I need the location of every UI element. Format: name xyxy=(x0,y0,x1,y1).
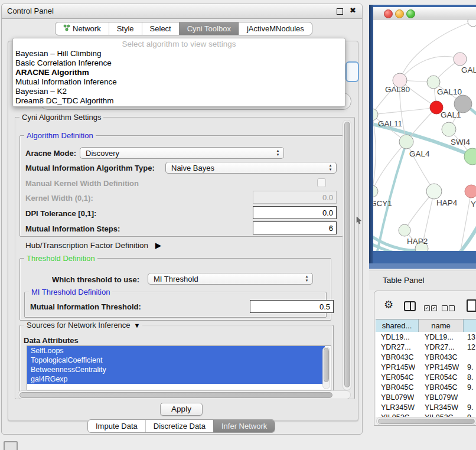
node-label: GAL xyxy=(461,66,476,74)
columns-icon[interactable] xyxy=(404,301,416,311)
focused-combo-stepper-fragment[interactable] xyxy=(345,61,359,82)
apply-button[interactable]: Apply xyxy=(160,403,203,416)
tab-cyni-toolbox[interactable]: Cyni Toolbox xyxy=(179,22,239,35)
node-bright-green[interactable] xyxy=(464,148,476,165)
list-item[interactable]: gal4RGexp xyxy=(27,374,325,384)
settings-horizontal-scrollbar[interactable] xyxy=(18,390,351,399)
node-label: GAL11 xyxy=(378,119,402,128)
dropdown-item[interactable]: Bayesian – Hill Climbing xyxy=(15,49,102,58)
node-label: Y xyxy=(471,200,476,208)
tab-network[interactable]: Network xyxy=(56,22,109,35)
column-header-name[interactable]: name xyxy=(419,319,464,332)
dropdown-item[interactable]: Dream8 DC_TDC Algorithm xyxy=(15,96,114,105)
dropdown-placeholder: Select algorithm to view settings xyxy=(13,40,345,48)
table-panel: ⚙ ✓✓ shared... name YDL19...YDL19...13 Y… xyxy=(374,291,476,426)
bottom-tabbar: Impute Data Discretize Data Infer Networ… xyxy=(87,419,275,433)
mi-threshold-label: Mutual Information Threshold: xyxy=(30,302,141,311)
tab-jactivemnodules[interactable]: jActiveMNodules xyxy=(239,22,312,35)
window-close-icon[interactable] xyxy=(384,9,393,18)
dropdown-item-aracne[interactable]: ARACNE Algorithm xyxy=(15,68,89,77)
column-header-shared[interactable]: shared... xyxy=(376,319,419,332)
column-header-extra[interactable] xyxy=(464,319,476,332)
dropdown-item[interactable]: Basic Correlation Inference xyxy=(15,58,112,67)
node-salmon[interactable] xyxy=(465,185,476,198)
kernel-width-label: Kernel Width (0,1): xyxy=(25,194,93,203)
manual-kernel-label: Manual Kernel Width Definition xyxy=(25,179,139,188)
mi-type-combo[interactable]: Naive Bayes ▲▼ xyxy=(165,162,337,174)
sources-title: Sources for Network Inference xyxy=(27,321,131,330)
node-label: SWI4 xyxy=(451,138,470,146)
which-threshold-label: Which threshold to use: xyxy=(52,275,139,284)
tab-network-label: Network xyxy=(73,24,101,33)
data-attributes-label: Data Attributes xyxy=(24,336,79,345)
node-cut-top[interactable] xyxy=(468,19,476,27)
deselect-all-checks-icon[interactable] xyxy=(442,302,456,313)
expand-right-icon: ▶ xyxy=(155,240,161,250)
table-panel-bar: Table Panel xyxy=(369,270,476,290)
stepper-icon: ▲▼ xyxy=(304,275,309,283)
dpi-tolerance-field[interactable] xyxy=(253,206,337,219)
node-label: HAP4 xyxy=(436,198,458,207)
manual-kernel-checkbox[interactable] xyxy=(317,178,326,187)
node-label: GAL1 xyxy=(441,110,461,119)
control-panel-title: Control Panel xyxy=(7,6,54,15)
float-panel-icon[interactable] xyxy=(337,8,343,15)
node-label: HAP2 xyxy=(407,237,428,246)
gear-icon[interactable]: ⚙ xyxy=(384,298,393,311)
control-panel-window: Control Panel ✖ Network Style Select Cyn… xyxy=(1,4,363,435)
node-label: GAL10 xyxy=(437,87,462,96)
mi-threshold-field[interactable] xyxy=(250,300,334,313)
node-gal4[interactable] xyxy=(399,135,413,149)
cyni-settings-title: Cyni Algorithm Settings xyxy=(19,113,103,122)
window-zoom-icon[interactable] xyxy=(406,9,415,18)
select-all-checks-icon[interactable]: ✓✓ xyxy=(424,302,438,313)
table-horizontal-scrollbar[interactable] xyxy=(376,417,476,425)
tab-impute-data[interactable]: Impute Data xyxy=(88,420,145,432)
mi-threshold-group-title: MI Threshold Definition xyxy=(29,288,112,296)
control-panel-titlebar[interactable]: Control Panel ✖ xyxy=(2,4,362,19)
kernel-width-field[interactable] xyxy=(253,191,337,204)
restore-panel-icon[interactable] xyxy=(4,441,18,450)
close-panel-icon[interactable]: ✖ xyxy=(350,6,356,15)
node-pink[interactable] xyxy=(454,53,467,66)
tab-style[interactable]: Style xyxy=(109,22,142,35)
network-graph: GAL GAL80 GAL10 GAL1 GAL11 SWI4 GAL4 GCY… xyxy=(373,19,476,251)
tab-select[interactable]: Select xyxy=(142,22,179,35)
list-item[interactable]: TopologicalCoefficient xyxy=(27,356,325,365)
settings-vertical-scrollbar[interactable] xyxy=(343,120,351,390)
tab-discretize-data[interactable]: Discretize Data xyxy=(145,420,213,432)
table-header-row: shared... name xyxy=(376,319,476,332)
algorithm-dropdown-popup: Select algorithm to view settings Bayesi… xyxy=(12,38,345,107)
new-table-icon[interactable] xyxy=(467,299,476,312)
node-gal10[interactable] xyxy=(427,76,440,89)
window-minimize-icon[interactable] xyxy=(395,9,404,18)
mi-steps-label: Mutual Information Steps: xyxy=(25,224,120,233)
node-label: GAL4 xyxy=(409,149,430,158)
node-hap2[interactable] xyxy=(399,224,410,236)
tab-infer-network[interactable]: Infer Network xyxy=(213,420,275,432)
stepper-icon: ▲▼ xyxy=(328,164,333,172)
mi-steps-field[interactable] xyxy=(253,221,337,234)
network-view-window[interactable]: GAL GAL80 GAL10 GAL1 GAL11 SWI4 GAL4 GCY… xyxy=(369,5,476,269)
data-attributes-list[interactable]: SelfLoops TopologicalCoefficient Between… xyxy=(27,345,331,390)
node-gcy1[interactable] xyxy=(373,185,378,197)
mouse-cursor xyxy=(356,217,362,224)
dropdown-item[interactable]: Bayesian – K2 xyxy=(15,87,67,96)
dpi-tolerance-label: DPI Tolerance [0,1]: xyxy=(25,209,96,218)
dropdown-item[interactable]: Mutual Information Inference xyxy=(15,77,117,86)
algorithm-definition-title: Algorithm Definition xyxy=(24,131,96,140)
network-window-titlebar[interactable] xyxy=(373,7,476,19)
list-scrollbar[interactable] xyxy=(322,347,330,389)
node-label: GCY1 xyxy=(373,199,392,208)
stepper-icon: ▲▼ xyxy=(275,149,281,157)
collapse-down-icon[interactable]: ▼ xyxy=(134,322,141,329)
which-threshold-combo[interactable]: MI Threshold ▲▼ xyxy=(148,273,313,285)
node-swi4[interactable] xyxy=(442,122,456,136)
hub-definition-toggle[interactable]: Hub/Transcription Factor Definition ▶ xyxy=(25,240,161,250)
aracne-mode-combo[interactable]: Discovery ▲▼ xyxy=(80,147,284,159)
node-label: GAL80 xyxy=(385,85,410,94)
list-item[interactable]: SelfLoops xyxy=(27,346,325,356)
node-hap4[interactable] xyxy=(426,184,442,199)
list-item[interactable]: BetweennessCentrality xyxy=(27,365,325,374)
network-canvas[interactable]: GAL GAL80 GAL10 GAL1 GAL11 SWI4 GAL4 GCY… xyxy=(373,19,476,251)
